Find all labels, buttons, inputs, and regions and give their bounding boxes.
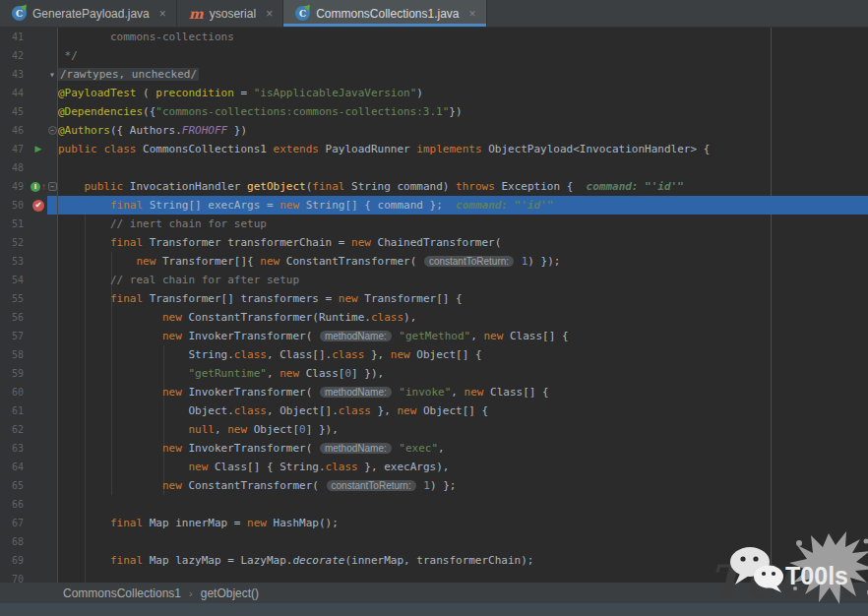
gutter-cell bbox=[30, 476, 47, 495]
fold-column bbox=[47, 271, 58, 289]
line-number: 48 bbox=[0, 158, 30, 177]
code-line: 54 // real chain for after setup bbox=[0, 271, 868, 289]
fold-column bbox=[47, 532, 58, 551]
gutter-cell bbox=[30, 345, 47, 364]
tab-ysoserial[interactable]: mysoserial× bbox=[177, 0, 283, 27]
code-line: 63 new InvokerTransformer( methodName: "… bbox=[0, 439, 868, 458]
line-body bbox=[47, 570, 868, 583]
gutter-cell bbox=[30, 271, 47, 289]
gutter-cell bbox=[30, 327, 47, 345]
status-strip bbox=[0, 603, 868, 616]
breakpoint-icon[interactable]: ✔ bbox=[30, 196, 47, 215]
line-body: final Map lazyMap = LazyMap.decorate(inn… bbox=[47, 551, 868, 570]
code-text: "getRuntime", new Class[0] }), bbox=[58, 364, 868, 383]
line-body: String.class, Class[].class }, new Objec… bbox=[47, 345, 868, 364]
tab-CommonsCollections1.java[interactable]: CCommonsCollections1.java× bbox=[283, 0, 486, 27]
code-text: final Map lazyMap = LazyMap.decorate(inn… bbox=[58, 551, 868, 570]
code-line: 70 bbox=[0, 570, 868, 583]
line-body: new ConstantTransformer( constantToRetur… bbox=[47, 476, 868, 495]
gutter-cell bbox=[30, 495, 47, 514]
gutter-cell bbox=[30, 28, 47, 46]
line-body: ▾/rawtypes, unchecked/ bbox=[47, 65, 868, 84]
maven-module-icon: m bbox=[189, 6, 204, 21]
line-number: 66 bbox=[0, 495, 30, 514]
code-text: new ConstantTransformer(Runtime.class), bbox=[58, 308, 868, 327]
gutter-cell bbox=[30, 364, 47, 383]
line-number: 47 bbox=[0, 140, 30, 158]
fold-marker-icon[interactable]: − bbox=[48, 126, 57, 135]
line-number: 68 bbox=[0, 532, 30, 551]
code-line: 65 new ConstantTransformer( constantToRe… bbox=[0, 476, 868, 495]
code-text: */ bbox=[58, 46, 868, 65]
line-body: new InvokerTransformer( methodName: "exe… bbox=[47, 439, 868, 458]
line-body: @PayloadTest ( precondition = "isApplica… bbox=[47, 84, 868, 102]
gutter-cell bbox=[30, 65, 47, 84]
code-text: final String[] execArgs = new String[] {… bbox=[58, 196, 868, 215]
code-line: 60 new InvokerTransformer( methodName: "… bbox=[0, 383, 868, 401]
run-icon[interactable]: ▶ bbox=[35, 145, 42, 154]
line-number: 41 bbox=[0, 28, 30, 46]
implements-marker-icon[interactable]: I↑ bbox=[30, 177, 47, 196]
fold-column bbox=[47, 383, 58, 401]
gutter-cell bbox=[30, 252, 47, 271]
tab-label: CommonsCollections1.java bbox=[316, 7, 459, 21]
green-arrow-icon bbox=[20, 2, 30, 12]
fold-marker-icon[interactable]: ▾ bbox=[48, 70, 57, 79]
code-line: 45@Dependencies({"commons-collections:co… bbox=[0, 102, 868, 121]
code-line: 47▶public class CommonsCollections1 exte… bbox=[0, 140, 868, 158]
code-line: 66 bbox=[0, 495, 868, 514]
code-line: 68 bbox=[0, 532, 868, 551]
code-text: null, new Object[0] }), bbox=[58, 420, 868, 439]
code-text: new Transformer[]{ new ConstantTransform… bbox=[58, 252, 868, 271]
fold-column bbox=[47, 158, 58, 177]
close-icon[interactable]: × bbox=[266, 7, 273, 21]
tab-label: ysoserial bbox=[210, 7, 256, 21]
line-body: − public InvocationHandler getObject(fin… bbox=[47, 177, 868, 196]
line-number: 51 bbox=[0, 215, 30, 233]
line-number: 62 bbox=[0, 420, 30, 439]
code-text: new InvokerTransformer( methodName: "inv… bbox=[58, 383, 868, 401]
line-number: 54 bbox=[0, 271, 30, 289]
tab-label: GeneratePayload.java bbox=[32, 7, 150, 21]
line-body: new Class[] { String.class }, execArgs), bbox=[47, 458, 868, 476]
code-text: public InvocationHandler getObject(final… bbox=[58, 177, 868, 196]
code-lines: 41 commons-collections42 */43▾/rawtypes,… bbox=[0, 28, 868, 583]
code-text: Object.class, Object[].class }, new Obje… bbox=[58, 401, 868, 420]
tab-GeneratePayload.java[interactable]: CGeneratePayload.java× bbox=[0, 0, 177, 27]
fold-column: − bbox=[47, 177, 58, 196]
run-button[interactable]: ▶ bbox=[30, 140, 47, 158]
code-line: 69 final Map lazyMap = LazyMap.decorate(… bbox=[0, 551, 868, 570]
code-text: @Authors({ Authors.FROHOFF }) bbox=[58, 121, 868, 140]
fold-marker-icon[interactable]: − bbox=[48, 182, 57, 191]
line-body: commons-collections bbox=[47, 28, 868, 46]
code-line: 64 new Class[] { String.class }, execArg… bbox=[0, 458, 868, 476]
java-class-icon: C bbox=[295, 6, 310, 21]
breadcrumb-item[interactable]: CommonsCollections1 bbox=[63, 586, 181, 600]
gutter-cell bbox=[30, 570, 47, 583]
line-body: // real chain for after setup bbox=[47, 271, 868, 289]
breakpoint-check-icon[interactable]: ✔ bbox=[32, 200, 44, 212]
code-editor[interactable]: 41 commons-collections42 */43▾/rawtypes,… bbox=[0, 28, 868, 583]
code-line: 44@PayloadTest ( precondition = "isAppli… bbox=[0, 84, 868, 102]
gutter-cell bbox=[30, 102, 47, 121]
code-text: final Map innerMap = new HashMap(); bbox=[58, 514, 868, 532]
close-icon[interactable]: × bbox=[159, 7, 166, 21]
fold-column bbox=[47, 233, 58, 252]
gutter-cell bbox=[30, 514, 47, 532]
line-body: public class CommonsCollections1 extends… bbox=[47, 140, 868, 158]
line-body: final Transformer[] transformers = new T… bbox=[47, 289, 868, 308]
fold-column bbox=[47, 514, 58, 532]
line-body: null, new Object[0] }), bbox=[47, 420, 868, 439]
code-text: @PayloadTest ( precondition = "isApplica… bbox=[58, 84, 868, 102]
gutter-cell bbox=[30, 458, 47, 476]
breadcrumb: CommonsCollections1›getObject() bbox=[0, 583, 868, 603]
line-number: 69 bbox=[0, 551, 30, 570]
line-body: Object.class, Object[].class }, new Obje… bbox=[47, 401, 868, 420]
fold-column bbox=[47, 476, 58, 495]
close-icon[interactable]: × bbox=[469, 7, 476, 21]
line-body: "getRuntime", new Class[0] }), bbox=[47, 364, 868, 383]
breadcrumb-item[interactable]: getObject() bbox=[201, 586, 259, 600]
line-number: 64 bbox=[0, 458, 30, 476]
line-number: 52 bbox=[0, 233, 30, 252]
code-text: new InvokerTransformer( methodName: "exe… bbox=[58, 439, 868, 458]
